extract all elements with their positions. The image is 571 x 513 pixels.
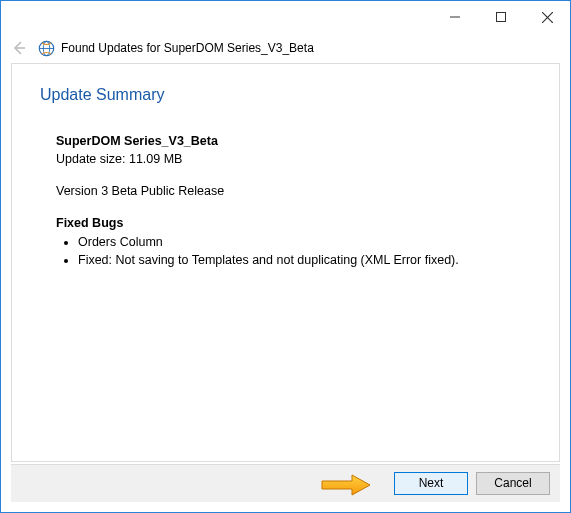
maximize-button[interactable] xyxy=(478,1,524,33)
header-row: Found Updates for SuperDOM Series_V3_Bet… xyxy=(1,33,570,63)
page-heading: Update Summary xyxy=(40,86,531,104)
app-icon xyxy=(37,39,55,57)
svg-rect-1 xyxy=(497,13,506,22)
next-button[interactable]: Next xyxy=(394,472,468,495)
cancel-button[interactable]: Cancel xyxy=(476,472,550,495)
titlebar xyxy=(1,1,570,33)
release-line: Version 3 Beta Public Release xyxy=(56,182,531,200)
list-item: Orders Column xyxy=(78,233,531,251)
minimize-button[interactable] xyxy=(432,1,478,33)
product-name: SuperDOM Series_V3_Beta xyxy=(56,132,531,150)
footer: Next Cancel xyxy=(11,464,560,502)
list-item: Fixed: Not saving to Templates and not d… xyxy=(78,251,531,269)
bugs-list: Orders Column Fixed: Not saving to Templ… xyxy=(56,233,531,269)
back-button[interactable] xyxy=(7,36,31,60)
window-title: Found Updates for SuperDOM Series_V3_Bet… xyxy=(61,41,314,55)
bugs-heading: Fixed Bugs xyxy=(56,214,531,232)
close-button[interactable] xyxy=(524,1,570,33)
content-pane: Update Summary SuperDOM Series_V3_Beta U… xyxy=(11,63,560,462)
body-area: SuperDOM Series_V3_Beta Update size: 11.… xyxy=(40,132,531,269)
update-size: Update size: 11.09 MB xyxy=(56,150,531,168)
